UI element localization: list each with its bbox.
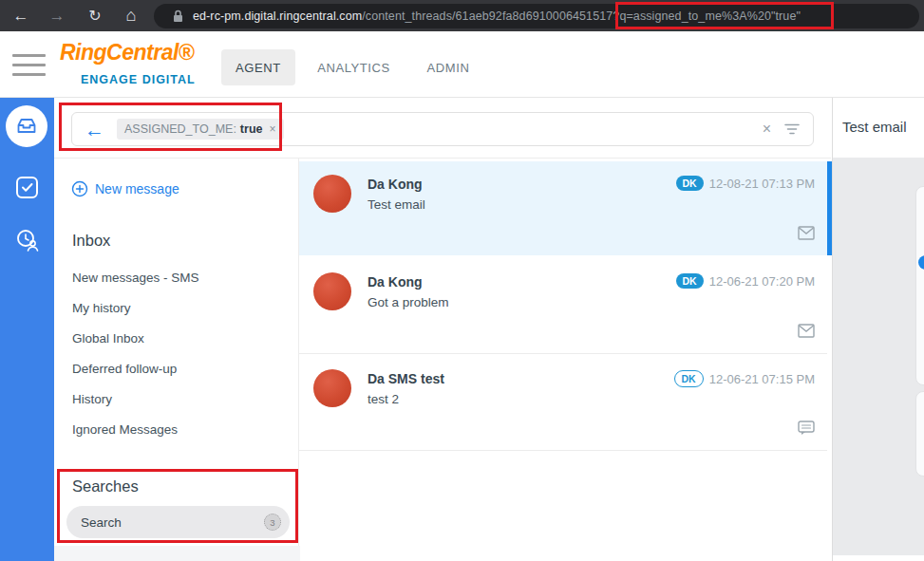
- app-header: RingCentral® ENGAGE DIGITAL AGENT ANALYT…: [0, 31, 924, 98]
- tab-agent[interactable]: AGENT: [221, 49, 295, 85]
- thread-timestamp: 12-06-21 07:20 PM: [709, 274, 815, 289]
- new-message-button[interactable]: New message: [71, 180, 179, 197]
- conversation-title: Test email: [842, 119, 907, 135]
- url-host: ed-rc-pm.digital.ringcentral.com: [193, 9, 362, 23]
- thread-preview: Test email: [368, 197, 425, 212]
- thread-row-test-email[interactable]: Da Kong Test email DK 12-08-21 07:13 PM: [299, 161, 827, 255]
- history-rail-button[interactable]: [15, 228, 41, 257]
- browser-toolbar: ← → ↻ ⌂ ed-rc-pm.digital.ringcentral.com…: [0, 0, 924, 31]
- agent-initials-badge: DK: [674, 370, 704, 387]
- sidebar-item-history[interactable]: History: [72, 392, 112, 406]
- filter-chip-key: ASSIGNED_TO_ME:: [124, 122, 236, 136]
- inbox-rail-button[interactable]: [6, 105, 47, 147]
- thread-preview: test 2: [368, 392, 399, 406]
- sidebar-item-global-inbox[interactable]: Global Inbox: [72, 331, 144, 346]
- email-channel-icon: [798, 324, 815, 338]
- conversation-body-area: [833, 158, 924, 555]
- thread-row-got-a-problem[interactable]: Da Kong Got a problem DK 12-06-21 07:20 …: [299, 259, 827, 354]
- filter-chip-assigned-to-me[interactable]: ASSIGNED_TO_ME: true ×: [117, 119, 284, 140]
- thread-sender-name: Da Kong: [368, 177, 423, 192]
- sidebar-footer: [54, 546, 300, 561]
- avatar: [313, 369, 351, 407]
- new-message-label: New message: [95, 181, 179, 196]
- thread-timestamp: 12-08-21 07:13 PM: [709, 177, 815, 191]
- message-card: [915, 391, 924, 477]
- sidebar-item-search[interactable]: Search 3: [66, 506, 290, 538]
- plus-circle-icon: [71, 180, 88, 197]
- search-count-badge: 3: [264, 514, 281, 531]
- agent-initials-badge: DK: [676, 176, 704, 191]
- search-input[interactable]: ← ASSIGNED_TO_ME: true × ×: [71, 112, 814, 146]
- search-item-label: Search: [81, 515, 122, 530]
- sidebar-item-ignored-messages[interactable]: Ignored Messages: [72, 422, 178, 437]
- conversation-detail-panel: Test email: [832, 98, 924, 561]
- task-check-icon: [15, 176, 39, 199]
- sidebar-item-new-messages-sms[interactable]: New messages - SMS: [72, 271, 199, 285]
- lock-icon: [173, 9, 183, 23]
- back-icon[interactable]: ←: [9, 0, 32, 31]
- back-arrow-icon[interactable]: ←: [85, 120, 104, 140]
- avatar: [313, 272, 351, 310]
- clear-search-icon[interactable]: ×: [763, 121, 771, 138]
- forward-icon[interactable]: →: [46, 0, 68, 31]
- address-bar[interactable]: ed-rc-pm.digital.ringcentral.com/content…: [154, 4, 919, 28]
- url-text: ed-rc-pm.digital.ringcentral.com/content…: [193, 9, 801, 23]
- tab-analytics[interactable]: ANALYTICS: [309, 49, 399, 85]
- home-icon[interactable]: ⌂: [120, 0, 142, 31]
- channel-rail: [0, 98, 54, 561]
- filter-chip-value: true: [240, 122, 263, 136]
- thread-timestamp: 12-06-21 07:15 PM: [709, 372, 815, 386]
- url-query: ?q=assigned_to_me%3A%20"true": [613, 9, 801, 23]
- ringcentral-logo: RingCentral®: [60, 40, 194, 65]
- app-window: ← → ↻ ⌂ ed-rc-pm.digital.ringcentral.com…: [0, 0, 924, 561]
- url-path: /content_threads/61aeb92fa8d691000645151…: [362, 9, 613, 23]
- reload-icon[interactable]: ↻: [84, 0, 106, 31]
- tab-admin[interactable]: ADMIN: [415, 49, 481, 85]
- user-history-icon: [15, 228, 41, 253]
- searches-heading: Searches: [72, 477, 139, 496]
- tasks-rail-button[interactable]: [15, 176, 39, 203]
- inbox-heading: Inbox: [72, 232, 110, 250]
- agent-initials-badge: DK: [676, 273, 704, 289]
- filter-chip-remove-icon[interactable]: ×: [269, 122, 275, 136]
- inbox-tray-icon: [15, 115, 38, 138]
- sms-channel-icon: [798, 421, 815, 436]
- message-card: [915, 186, 924, 385]
- thread-row-sms-test[interactable]: Da SMS test test 2 DK 12-06-21 07:15 PM: [299, 356, 827, 451]
- hamburger-menu-icon[interactable]: [12, 54, 46, 77]
- thread-sender-name: Da Kong: [368, 274, 423, 290]
- email-channel-icon: [798, 226, 815, 240]
- thread-preview: Got a problem: [368, 295, 449, 309]
- engage-digital-logo-subtitle: ENGAGE DIGITAL: [81, 73, 196, 86]
- sidebar-item-deferred-follow-up[interactable]: Deferred follow-up: [72, 362, 177, 376]
- filter-icon[interactable]: [784, 123, 800, 135]
- thread-sender-name: Da SMS test: [368, 371, 444, 386]
- sidebar-item-my-history[interactable]: My history: [72, 301, 131, 315]
- avatar: [313, 175, 351, 213]
